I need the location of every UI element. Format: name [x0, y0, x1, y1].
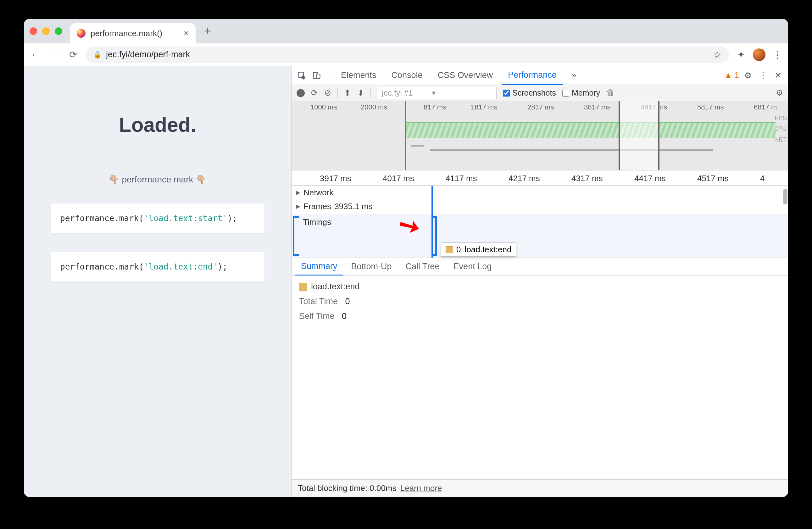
- forward-button[interactable]: →: [48, 48, 60, 61]
- devtools-tabs: Elements Console CSS Overview Performanc…: [291, 66, 788, 85]
- save-profile-icon[interactable]: ⬇: [357, 88, 364, 98]
- memory-checkbox[interactable]: Memory: [562, 88, 600, 98]
- device-toolbar-icon[interactable]: [310, 69, 323, 82]
- color-swatch-icon: [299, 283, 307, 291]
- tab-performance[interactable]: Performance: [502, 66, 563, 85]
- browser-toolbar: ← → ⟳ 🔒 jec.fyi/demo/perf-mark ☆ ✦ ⋮: [24, 43, 788, 66]
- learn-more-link[interactable]: Learn more: [400, 483, 442, 493]
- overview-marker: [405, 101, 406, 170]
- perf-mark-label: 👇🏼 performance mark 👇🏼: [106, 174, 209, 185]
- minimize-window-button[interactable]: [42, 27, 50, 35]
- record-button[interactable]: [296, 89, 305, 97]
- devtools-panel: Elements Console CSS Overview Performanc…: [291, 66, 788, 497]
- browser-menu-icon[interactable]: ⋮: [772, 49, 783, 60]
- tab-call-tree[interactable]: Call Tree: [400, 258, 445, 275]
- back-button[interactable]: ←: [29, 48, 42, 61]
- page-content: Loaded. 👇🏼 performance mark 👇🏼 performan…: [24, 66, 291, 497]
- favicon-icon: [77, 29, 86, 38]
- performance-toolbar: ⟳ ⊘ ⬆ ⬇ jec.fyi #1 ▾ Screenshots Memory: [291, 85, 788, 101]
- timing-bracket-left: [293, 216, 299, 256]
- devtools-menu-icon[interactable]: ⋮: [757, 69, 769, 82]
- inspect-element-icon[interactable]: [295, 69, 308, 82]
- new-tab-button[interactable]: +: [204, 25, 211, 38]
- tab-event-log[interactable]: Event Log: [448, 258, 497, 275]
- overview-timeline[interactable]: 1000 ms 2000 ms 817 ms 1817 ms 2817 ms 3…: [291, 101, 788, 170]
- tab-console[interactable]: Console: [385, 66, 429, 85]
- capture-settings-icon[interactable]: ⚙: [776, 88, 783, 98]
- cpu-lane: [405, 122, 775, 138]
- close-tab-icon[interactable]: ×: [184, 28, 189, 38]
- code-snippet-2: performance.mark('load.text:end');: [50, 252, 264, 282]
- summary-title: load.text:end: [311, 282, 360, 291]
- color-swatch-icon: [446, 246, 452, 253]
- window-controls: [30, 27, 62, 35]
- blocking-time-text: Total blocking time: 0.00ms: [298, 483, 396, 493]
- trash-icon[interactable]: 🗑: [606, 88, 614, 98]
- page-heading: Loaded.: [119, 113, 196, 137]
- track-frames[interactable]: ▶ Frames 3935.1 ms: [291, 199, 788, 213]
- overview-lane-labels: FPS CPU NET: [774, 113, 787, 145]
- tab-elements[interactable]: Elements: [335, 66, 383, 85]
- warning-badge[interactable]: ▲ 1: [724, 70, 739, 80]
- scrollbar-thumb[interactable]: [783, 189, 787, 204]
- chevron-down-icon: ▾: [432, 88, 436, 98]
- url-text: jec.fyi/demo/perf-mark: [106, 50, 190, 59]
- profile-avatar[interactable]: [753, 48, 766, 61]
- tab-bottom-up[interactable]: Bottom-Up: [346, 258, 397, 275]
- screenshots-checkbox[interactable]: Screenshots: [503, 88, 556, 98]
- summary-title-row: load.text:end: [299, 282, 781, 291]
- lock-icon: 🔒: [93, 51, 102, 59]
- content-area: Loaded. 👇🏼 performance mark 👇🏼 performan…: [24, 66, 788, 497]
- performance-footer: Total blocking time: 0.00ms Learn more: [291, 479, 788, 497]
- reload-record-button[interactable]: ⟳: [311, 88, 318, 98]
- detail-ruler: 3917 ms 4017 ms 4117 ms 4217 ms 4317 ms …: [291, 170, 788, 186]
- timing-bracket-right: [432, 216, 437, 256]
- net-lane: [291, 142, 775, 160]
- expand-icon[interactable]: ▶: [296, 203, 300, 210]
- browser-tab[interactable]: performance.mark() ×: [70, 23, 195, 43]
- bookmark-star-icon[interactable]: ☆: [713, 49, 722, 60]
- summary-panel: load.text:end Total Time 0 Self Time 0: [291, 275, 788, 479]
- tab-more[interactable]: »: [565, 66, 583, 85]
- maximize-window-button[interactable]: [55, 27, 62, 35]
- warning-icon: ▲: [724, 70, 733, 80]
- track-network[interactable]: ▶ Network: [291, 186, 788, 199]
- reload-button[interactable]: ⟳: [67, 48, 79, 61]
- tab-summary[interactable]: Summary: [295, 258, 343, 275]
- self-time-row: Self Time 0: [299, 311, 781, 321]
- extensions-icon[interactable]: ✦: [735, 49, 746, 60]
- devtools-settings-icon[interactable]: ⚙: [742, 69, 754, 82]
- clear-button[interactable]: ⊘: [324, 88, 331, 98]
- close-window-button[interactable]: [30, 27, 37, 35]
- expand-icon[interactable]: ▶: [296, 189, 300, 196]
- code-snippet-1: performance.mark('load.text:start');: [50, 203, 264, 233]
- tab-strip: performance.mark() × +: [24, 19, 788, 43]
- address-bar[interactable]: 🔒 jec.fyi/demo/perf-mark ☆: [86, 46, 729, 63]
- summary-tabs: Summary Bottom-Up Call Tree Event Log: [291, 258, 788, 275]
- browser-window: performance.mark() × + ← → ⟳ 🔒 jec.fyi/d…: [24, 19, 788, 497]
- svg-rect-2: [317, 74, 320, 78]
- tab-title: performance.mark(): [90, 29, 162, 38]
- overview-selection[interactable]: [619, 101, 659, 170]
- tab-css-overview[interactable]: CSS Overview: [432, 66, 499, 85]
- total-time-row: Total Time 0: [299, 297, 781, 306]
- timing-tooltip: 0 load.text:end: [441, 242, 516, 257]
- recording-selector[interactable]: jec.fyi #1 ▾: [377, 87, 496, 99]
- load-profile-icon[interactable]: ⬆: [344, 88, 351, 98]
- close-devtools-icon[interactable]: ✕: [772, 69, 784, 82]
- track-timings[interactable]: Timings ➘ 0 load.text:end: [291, 214, 788, 258]
- overview-ruler: 1000 ms 2000 ms 817 ms 1817 ms 2817 ms 3…: [291, 101, 788, 112]
- flame-chart-tracks[interactable]: ▶ Network ▶ Frames 3935.1 ms Timings ➘: [291, 186, 788, 258]
